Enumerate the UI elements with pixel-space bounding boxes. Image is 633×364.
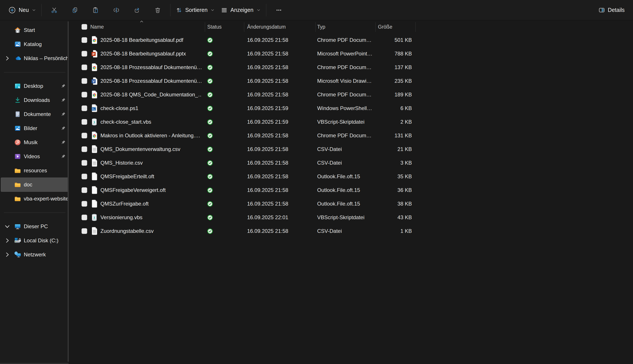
column-resize-handle[interactable] bbox=[244, 22, 244, 32]
file-checkbox[interactable] bbox=[82, 106, 87, 111]
sidebar-item[interactable]: Dokumente bbox=[1, 107, 69, 121]
file-row[interactable]: Zuordnungstabelle.csv 16.09.2025 21:58 C… bbox=[70, 224, 633, 238]
sidebar-item[interactable]: doc bbox=[1, 178, 69, 192]
file-checkbox[interactable] bbox=[82, 51, 87, 56]
sidebar-item-label: Start bbox=[24, 27, 35, 33]
file-checkbox[interactable] bbox=[82, 92, 87, 98]
sidebar-item[interactable]: Niklas – Persönlich bbox=[1, 51, 69, 65]
file-checkbox[interactable] bbox=[82, 146, 87, 152]
file-row[interactable]: QMSFreigabeErteilt.oft 16.09.2025 21:58 … bbox=[70, 170, 633, 183]
file-checkbox[interactable] bbox=[82, 133, 87, 138]
sidebar-item-label: Videos bbox=[24, 154, 40, 160]
sidebar-scrollbar[interactable] bbox=[68, 21, 69, 362]
sidebar-item[interactable]: Start bbox=[1, 23, 69, 37]
details-panel-icon bbox=[598, 7, 605, 14]
file-row[interactable]: 2025-08-18 Prozessablauf Dokumentenü… 16… bbox=[70, 74, 633, 88]
expand-chevron-icon[interactable] bbox=[4, 237, 11, 244]
new-button[interactable]: Neu bbox=[5, 3, 39, 17]
file-row[interactable]: 2025-08-18 QMS_Code_Dokumentation_… 16.0… bbox=[70, 88, 633, 102]
sidebar-item-label: Netzwerk bbox=[24, 252, 46, 258]
file-checkbox[interactable] bbox=[82, 64, 87, 70]
sync-status-icon bbox=[207, 92, 213, 98]
sidebar-item[interactable]: resources bbox=[1, 164, 69, 178]
sidebar-item-label: Local Disk (C:) bbox=[24, 238, 58, 244]
sidebar-item[interactable]: Bilder bbox=[1, 121, 69, 135]
file-checkbox[interactable] bbox=[82, 160, 87, 166]
file-row[interactable]: QMSFreigabeVerweigert.oft 16.09.2025 21:… bbox=[70, 183, 633, 197]
sidebar-item-label: resources bbox=[24, 168, 47, 174]
file-row[interactable]: check-close.ps1 16.09.2025 21:59 Windows… bbox=[70, 102, 633, 115]
sidebar-item[interactable]: vba-expert-website bbox=[1, 192, 69, 206]
file-size: 3 KB bbox=[400, 160, 412, 166]
rename-button[interactable] bbox=[109, 3, 123, 17]
sort-ascending-caret-icon bbox=[140, 20, 144, 23]
sync-status-icon bbox=[207, 51, 213, 57]
file-type-icon bbox=[91, 36, 98, 44]
sidebar-item[interactable]: Dieser PC bbox=[1, 220, 69, 234]
file-size: 35 KB bbox=[398, 174, 412, 180]
expand-chevron-icon[interactable] bbox=[4, 55, 11, 62]
toolbar-divider bbox=[41, 4, 42, 16]
file-row[interactable]: Makros in Outlook aktivieren - Anleitung… bbox=[70, 129, 633, 142]
file-checkbox[interactable] bbox=[82, 37, 87, 43]
sidebar-item[interactable]: Netzwerk bbox=[1, 248, 69, 262]
sidebar-item[interactable]: Local Disk (C:) bbox=[1, 234, 69, 248]
cut-button[interactable] bbox=[47, 3, 61, 17]
file-name: Makros in Outlook aktivieren - Anleitung… bbox=[100, 132, 202, 139]
column-header-name[interactable]: Name bbox=[90, 24, 104, 30]
sidebar-item[interactable]: Katalog bbox=[1, 37, 69, 51]
file-name: QMSFreigabeErteilt.oft bbox=[100, 174, 202, 180]
file-checkbox[interactable] bbox=[82, 174, 87, 179]
file-name: 2025-08-18 Bearbeitungsablauf.pdf bbox=[100, 37, 202, 43]
expand-chevron-icon[interactable] bbox=[4, 223, 11, 230]
file-row[interactable]: 2025-08-18 Bearbeitungsablauf.pptx 16.09… bbox=[70, 47, 633, 60]
file-row[interactable]: QMS_Historie.csv 16.09.2025 21:58 CSV-Da… bbox=[70, 156, 633, 170]
sort-button[interactable]: Sortieren bbox=[173, 3, 218, 17]
file-row[interactable]: Versionierung.vbs 16.09.2025 22:01 VBScr… bbox=[70, 210, 633, 224]
select-all-checkbox[interactable] bbox=[82, 24, 87, 30]
expand-chevron-icon[interactable] bbox=[4, 251, 11, 258]
file-checkbox[interactable] bbox=[82, 187, 87, 193]
pin-icon bbox=[61, 126, 66, 131]
paste-button[interactable] bbox=[89, 3, 103, 17]
file-checkbox[interactable] bbox=[82, 201, 87, 207]
column-resize-handle[interactable] bbox=[415, 22, 416, 32]
sidebar-item[interactable]: Desktop bbox=[1, 79, 69, 93]
sidebar-item[interactable]: Downloads bbox=[1, 93, 69, 107]
file-modified-date: 16.09.2025 21:59 bbox=[244, 105, 315, 111]
column-header-modified[interactable]: Änderungsdatum bbox=[247, 24, 286, 30]
sidebar-item[interactable]: Videos bbox=[1, 150, 69, 164]
file-checkbox[interactable] bbox=[82, 78, 87, 84]
column-resize-handle[interactable] bbox=[205, 22, 205, 32]
file-row[interactable]: 2025-08-18 Bearbeitungsablauf.pdf 16.09.… bbox=[70, 33, 633, 47]
sidebar-item-icon bbox=[14, 195, 21, 202]
navigation-pane: Start Katalog Niklas – Persönlich bbox=[0, 20, 70, 364]
share-button[interactable] bbox=[130, 3, 144, 17]
file-type: CSV-Datei bbox=[315, 160, 375, 166]
sidebar-item[interactable]: Musik bbox=[1, 135, 69, 150]
column-resize-handle[interactable] bbox=[375, 22, 376, 32]
delete-button[interactable] bbox=[151, 3, 165, 17]
details-pane-button[interactable]: Details bbox=[595, 3, 628, 17]
file-row[interactable]: check-close_start.vbs 16.09.2025 21:59 V… bbox=[70, 115, 633, 129]
column-header-type[interactable]: Typ bbox=[317, 24, 325, 30]
file-name: Versionierung.vbs bbox=[100, 214, 202, 220]
file-size: 38 KB bbox=[398, 201, 412, 207]
sidebar-item-label: Downloads bbox=[24, 97, 50, 103]
sidebar-horizontal-scrollbar[interactable] bbox=[0, 363, 69, 364]
column-header-size[interactable]: Größe bbox=[378, 24, 392, 30]
file-checkbox[interactable] bbox=[82, 214, 87, 220]
more-options-button[interactable] bbox=[272, 3, 286, 17]
view-button[interactable]: Anzeigen bbox=[218, 3, 264, 17]
file-checkbox[interactable] bbox=[82, 228, 87, 234]
file-type-icon bbox=[91, 213, 98, 222]
file-row[interactable]: QMS_Dokumentenverwaltung.csv 16.09.2025 … bbox=[70, 142, 633, 156]
file-row[interactable]: 2025-08-18 Prozessablauf Dokumentenü… 16… bbox=[70, 60, 633, 74]
file-row[interactable]: QMSZurFreigabe.oft 16.09.2025 21:58 Outl… bbox=[70, 197, 633, 210]
file-checkbox[interactable] bbox=[82, 119, 87, 125]
file-name: QMS_Dokumentenverwaltung.csv bbox=[100, 146, 202, 152]
chevron-down-icon bbox=[32, 8, 36, 12]
column-header-status[interactable]: Status bbox=[207, 24, 222, 30]
file-type-icon bbox=[91, 50, 98, 58]
copy-button[interactable] bbox=[68, 3, 82, 17]
